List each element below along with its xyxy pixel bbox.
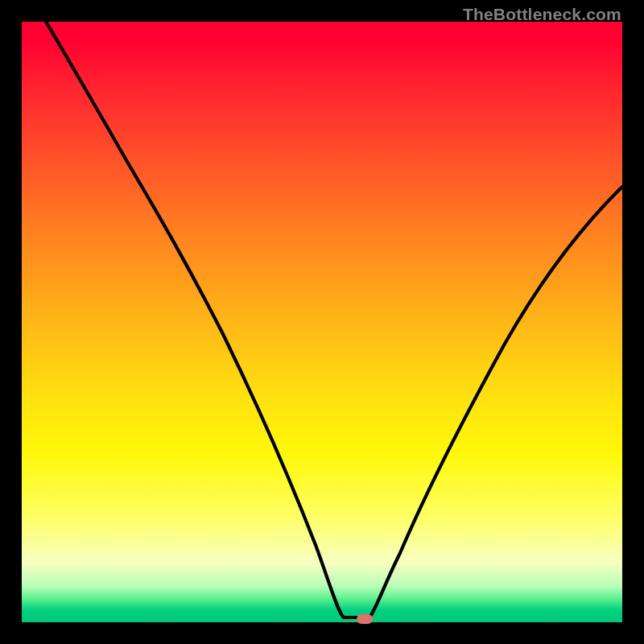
bottleneck-curve — [22, 22, 622, 622]
chart-container: TheBottleneck.com — [0, 0, 644, 644]
curve-path — [46, 22, 622, 617]
optimal-marker — [357, 614, 373, 624]
watermark-text: TheBottleneck.com — [463, 5, 621, 24]
